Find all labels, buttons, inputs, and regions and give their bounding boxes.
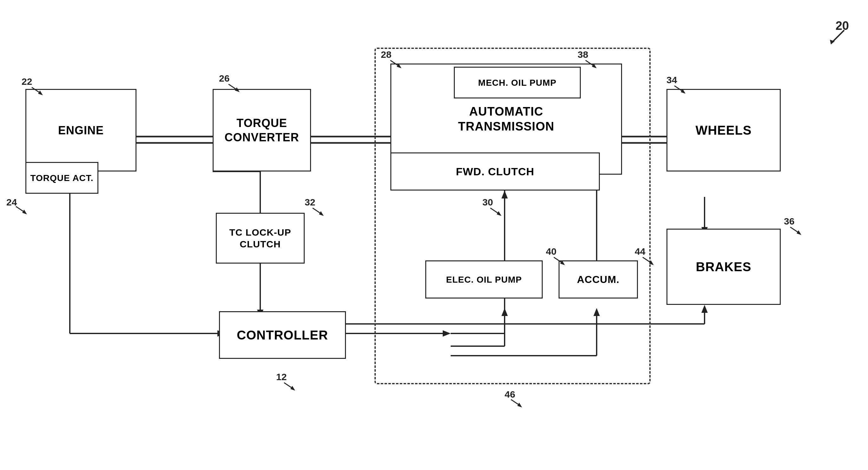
auto-trans-label: AUTOMATIC TRANSMISSION	[458, 104, 554, 134]
ref-38-arrow	[582, 57, 601, 70]
torque-act-label: TORQUE ACT.	[30, 172, 93, 183]
wheels-label: WHEELS	[695, 122, 751, 138]
mech-oil-pump-label: MECH. OIL PUMP	[478, 77, 557, 88]
svg-marker-55	[592, 63, 597, 68]
brakes-box: BRAKES	[666, 229, 781, 305]
svg-marker-28	[702, 305, 708, 313]
accum-label: ACCUM.	[577, 273, 620, 286]
ref-20-arrow	[825, 27, 850, 46]
svg-marker-47	[497, 211, 501, 216]
fwd-clutch-box: FWD. CLUTCH	[390, 152, 600, 190]
ref-46-arrow	[508, 396, 527, 409]
diagram: ENGINE TORQUE ACT. TORQUE CONVERTER TC L…	[0, 0, 868, 470]
tc-lockup-box: TC LOCK-UP CLUTCH	[216, 213, 305, 264]
ref-28-arrow	[387, 57, 406, 70]
wheels-box: WHEELS	[666, 89, 781, 172]
ref-34-arrow	[671, 83, 690, 95]
svg-marker-59	[649, 260, 654, 265]
tc-lockup-label: TC LOCK-UP CLUTCH	[229, 227, 291, 250]
ref-22-arrow	[29, 84, 48, 97]
ref-24-arrow	[13, 203, 32, 216]
svg-marker-61	[517, 403, 522, 407]
torque-converter-label: TORQUE CONVERTER	[224, 116, 299, 145]
controller-box: CONTROLLER	[219, 311, 346, 359]
ref-44-arrow	[640, 254, 658, 267]
torque-act-box: TORQUE ACT.	[25, 162, 98, 194]
torque-converter-box: TORQUE CONVERTER	[213, 89, 311, 172]
ref-26-arrow	[225, 81, 244, 94]
engine-label: ENGINE	[58, 123, 104, 138]
brakes-label: BRAKES	[696, 259, 751, 275]
mech-oil-pump-box: MECH. OIL PUMP	[454, 67, 581, 98]
ref-40-arrow	[551, 254, 570, 267]
svg-marker-49	[319, 211, 324, 216]
svg-marker-53	[797, 230, 801, 235]
ref-32-arrow	[309, 205, 329, 217]
ref-12-arrow	[281, 380, 300, 392]
elec-oil-pump-box: ELEC. OIL PUMP	[425, 260, 543, 298]
svg-marker-43	[235, 87, 240, 92]
accum-box: ACCUM.	[559, 260, 638, 298]
controller-label: CONTROLLER	[237, 327, 328, 343]
ref-36-arrow	[787, 224, 806, 237]
svg-marker-51	[681, 89, 685, 94]
fwd-clutch-label: FWD. CLUTCH	[456, 165, 534, 178]
elec-oil-pump-label: ELEC. OIL PUMP	[446, 274, 522, 285]
ref-30-arrow	[487, 205, 506, 217]
svg-marker-57	[560, 260, 565, 265]
svg-marker-41	[22, 210, 27, 214]
engine-box: ENGINE	[25, 89, 136, 172]
svg-marker-45	[397, 63, 401, 68]
svg-marker-63	[290, 386, 295, 391]
svg-marker-39	[38, 90, 43, 95]
